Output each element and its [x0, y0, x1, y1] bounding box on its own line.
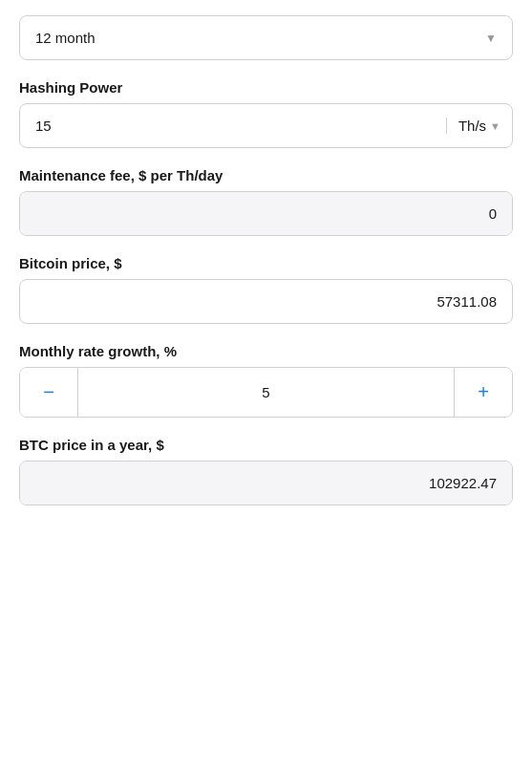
btc-price-year-label: BTC price in a year, $	[19, 437, 513, 453]
duration-field: 12 month ▼	[19, 15, 513, 60]
btc-price-year-input-wrapper	[19, 461, 513, 505]
hashing-power-unit-label: Th/s	[458, 118, 486, 134]
increment-button[interactable]: +	[455, 368, 512, 417]
hashing-power-input[interactable]	[20, 104, 446, 147]
bitcoin-price-field: Bitcoin price, $	[19, 255, 513, 324]
hashing-power-field: Hashing Power Th/s ▼	[19, 79, 513, 148]
bitcoin-price-label: Bitcoin price, $	[19, 255, 513, 271]
btc-price-year-input[interactable]	[20, 462, 512, 505]
decrement-button[interactable]: −	[20, 368, 77, 417]
maintenance-fee-label: Maintenance fee, $ per Th/day	[19, 167, 513, 183]
hashing-power-label: Hashing Power	[19, 79, 513, 96]
monthly-rate-growth-label: Monthly rate growth, %	[19, 343, 513, 359]
bitcoin-price-input-wrapper	[19, 279, 513, 324]
duration-value: 12 month	[35, 30, 96, 46]
minus-icon: −	[43, 381, 54, 403]
maintenance-fee-input[interactable]	[20, 192, 512, 235]
monthly-rate-growth-field: Monthly rate growth, % − 5 +	[19, 343, 513, 418]
chevron-down-icon: ▼	[485, 32, 497, 45]
bitcoin-price-input[interactable]	[20, 280, 512, 323]
maintenance-fee-input-wrapper	[19, 191, 513, 236]
maintenance-fee-field: Maintenance fee, $ per Th/day	[19, 167, 513, 236]
hashing-power-input-wrapper: Th/s ▼	[19, 103, 513, 148]
duration-dropdown[interactable]: 12 month ▼	[19, 15, 513, 60]
unit-chevron-icon: ▼	[490, 120, 500, 132]
plus-icon: +	[478, 381, 489, 403]
hashing-power-unit-select[interactable]: Th/s ▼	[446, 118, 512, 134]
btc-price-year-field: BTC price in a year, $	[19, 437, 513, 505]
rate-growth-value: 5	[78, 368, 454, 417]
monthly-rate-growth-stepper: − 5 +	[19, 367, 513, 418]
